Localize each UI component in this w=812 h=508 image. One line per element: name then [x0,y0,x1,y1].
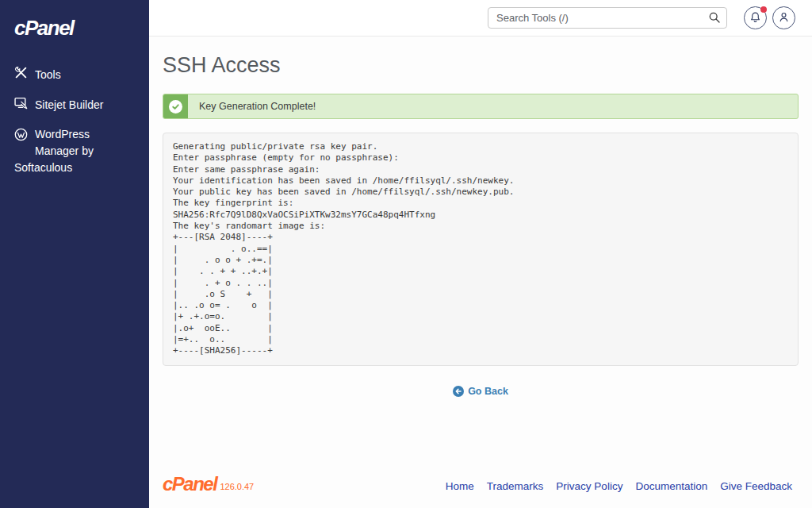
sidebar-item-label: Sitejet Builder [35,97,103,114]
topbar [149,0,812,37]
footer-link-documentation[interactable]: Documentation [635,480,707,492]
page-title: SSH Access [163,53,799,78]
sidebar-item-label: Tools [35,67,61,83]
go-back-label: Go Back [468,386,508,397]
footer-link-give-feedback[interactable]: Give Feedback [720,480,792,492]
tools-icon [14,66,28,84]
footer-link-home[interactable]: Home [446,480,474,492]
check-icon [169,100,182,114]
user-icon [778,11,790,25]
sidebar: cPanel Tools [0,0,149,508]
sidebar-item-wordpress-manager[interactable]: WordPress Manager by [14,126,135,160]
sidebar-item-tools[interactable]: Tools [14,66,135,84]
sidebar-item-label-overflow[interactable]: Softaculous [14,160,135,175]
main-area: SSH Access Key Generation Complete! Gene… [149,0,812,508]
sidebar-item-sitejet-builder[interactable]: Sitejet Builder [14,96,135,114]
back-arrow-icon [453,386,464,397]
footer-version: 126.0.47 [220,482,254,492]
notifications-button[interactable] [744,6,767,29]
content: SSH Access Key Generation Complete! Gene… [149,37,812,459]
sitejet-icon [14,96,28,114]
footer-link-trademarks[interactable]: Trademarks [487,480,544,492]
success-banner-icon-block [163,94,188,118]
cpanel-logo[interactable]: cPanel [14,16,135,40]
footer: cPanel 126.0.47 Home Trademarks Privacy … [149,459,812,508]
wordpress-icon [14,128,28,146]
search-input[interactable] [488,7,727,29]
footer-cpanel-logo: cPanel [163,476,216,492]
success-banner: Key Generation Complete! [163,94,799,119]
footer-link-privacy-policy[interactable]: Privacy Policy [556,480,622,492]
search-container [488,7,727,29]
sidebar-nav: Tools Sitejet Builder [14,66,135,175]
key-generation-output: Generating public/private rsa key pair. … [163,133,799,366]
bell-icon [749,11,761,25]
notification-badge [760,6,767,13]
search-icon [708,11,721,27]
sidebar-item-label: WordPress Manager by [35,126,94,160]
success-banner-message: Key Generation Complete! [188,94,316,118]
go-back-link[interactable]: Go Back [453,386,508,397]
app-window: cPanel Tools [0,0,812,508]
account-button[interactable] [772,6,795,29]
footer-brand: cPanel 126.0.47 [163,476,254,492]
go-back-row: Go Back [163,386,799,400]
footer-links: Home Trademarks Privacy Policy Documenta… [446,480,792,492]
